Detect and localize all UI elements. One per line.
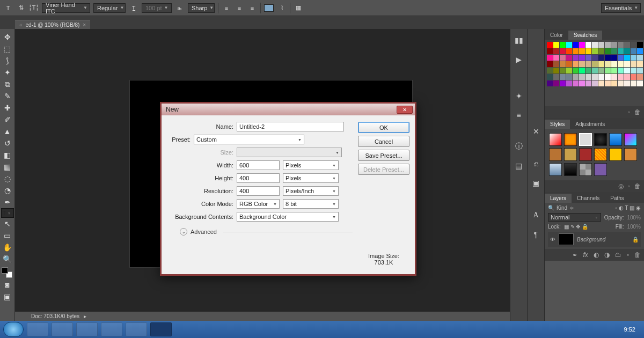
tab-swatches[interactable]: Swatches [568, 31, 602, 40]
style-options-icon[interactable]: ◎ [618, 182, 624, 190]
swatch[interactable] [624, 80, 630, 86]
visibility-icon[interactable]: 👁 [550, 237, 555, 243]
swatch[interactable] [592, 61, 598, 67]
swatch[interactable] [637, 55, 643, 61]
swatch[interactable] [611, 42, 617, 48]
swatch[interactable] [592, 48, 598, 54]
orientation-icon[interactable]: ⇅ [16, 3, 26, 13]
swatch[interactable] [598, 55, 604, 61]
swatch[interactable] [637, 74, 643, 80]
link-layers-icon[interactable]: ⚭ [572, 251, 577, 259]
marquee-tool[interactable]: ⬚ [1, 43, 14, 55]
swatch[interactable] [592, 55, 598, 61]
swatch[interactable] [586, 80, 591, 86]
align-center-icon[interactable]: ≡ [235, 3, 244, 13]
swatch[interactable] [598, 48, 604, 54]
swatch[interactable] [566, 42, 572, 48]
background-select[interactable]: Background Color [237, 212, 339, 222]
swatch[interactable] [592, 74, 598, 80]
swatch[interactable] [637, 68, 643, 74]
swatch[interactable] [553, 48, 559, 54]
swatch[interactable] [624, 48, 630, 54]
swatch[interactable] [560, 61, 566, 67]
swatch[interactable] [592, 42, 598, 48]
swatch[interactable] [560, 55, 566, 61]
brush-presets-icon[interactable]: ⎌ [530, 158, 543, 170]
type-tool[interactable]: T [1, 208, 14, 218]
swatch[interactable] [598, 68, 604, 74]
swatch[interactable] [553, 68, 559, 74]
new-swatch-icon[interactable]: ▫ [628, 108, 630, 116]
swatch[interactable] [579, 55, 585, 61]
save-preset-button[interactable]: Save Preset... [358, 150, 409, 161]
delete-layer-icon[interactable]: 🗑 [634, 251, 641, 259]
blend-mode-select[interactable]: Normal [548, 213, 601, 222]
eraser-tool[interactable]: ◧ [1, 149, 14, 161]
pen-tool[interactable]: ✒ [1, 196, 14, 208]
color-swatches[interactable] [2, 267, 13, 279]
clone-stamp-tool[interactable]: ▲ [1, 126, 14, 137]
tab-styles[interactable]: Styles [545, 120, 570, 129]
height-unit-select[interactable]: Pixels [283, 173, 339, 183]
swatch[interactable] [631, 55, 636, 61]
swatch[interactable] [553, 74, 559, 80]
tab-paths[interactable]: Paths [605, 194, 630, 203]
swatch[interactable] [592, 80, 598, 86]
swatch[interactable] [598, 80, 604, 86]
swatch[interactable] [586, 68, 591, 74]
swatch[interactable] [560, 80, 566, 86]
close-tab-icon[interactable]: × [83, 22, 86, 28]
swatch[interactable] [579, 61, 585, 67]
tab-layers[interactable]: Layers [545, 194, 572, 203]
swatch[interactable] [566, 80, 572, 86]
swatch[interactable] [586, 42, 591, 48]
swatch[interactable] [573, 42, 579, 48]
swatch[interactable] [618, 80, 624, 86]
dodge-tool[interactable]: ◔ [1, 185, 14, 196]
align-right-icon[interactable]: ≡ [247, 3, 257, 13]
width-input[interactable] [237, 160, 280, 170]
swatch[interactable] [611, 55, 617, 61]
swatch[interactable] [611, 80, 617, 86]
swatch[interactable] [586, 74, 591, 80]
actions-icon[interactable]: ▶ [513, 54, 525, 65]
ok-button[interactable]: OK [358, 122, 409, 133]
swatch[interactable] [611, 61, 617, 67]
group-icon[interactable]: 🗀 [615, 251, 621, 259]
character-icon[interactable]: A [530, 209, 543, 221]
swatch[interactable] [573, 61, 579, 67]
swatch[interactable] [618, 61, 624, 67]
zoom-tool[interactable]: 🔍 [1, 253, 14, 265]
swatch[interactable] [631, 80, 636, 86]
swatch[interactable] [586, 55, 591, 61]
clone-source-icon[interactable]: ▣ [530, 177, 543, 189]
taskbar-app[interactable] [150, 322, 172, 336]
width-unit-select[interactable]: Pixels [283, 160, 339, 170]
swatch[interactable] [605, 68, 611, 74]
dialog-titlebar[interactable]: New ✕ [162, 104, 415, 115]
swatch[interactable] [566, 68, 572, 74]
shape-tool[interactable]: ▭ [1, 230, 14, 241]
styles-grid[interactable] [547, 131, 642, 178]
eyedropper-tool[interactable]: ✎ [1, 90, 14, 102]
swatch[interactable] [579, 74, 585, 80]
swatch[interactable] [618, 48, 624, 54]
swatch[interactable] [573, 55, 579, 61]
workspace-select[interactable]: Essentials▼ [601, 3, 641, 13]
swatch[interactable] [618, 55, 624, 61]
histogram-icon[interactable]: ≡ [513, 109, 525, 121]
swatch[interactable] [547, 55, 553, 61]
quickmask-toggle[interactable]: ◙ [1, 279, 14, 291]
new-layer-icon[interactable]: ▫ [627, 251, 629, 259]
swatch[interactable] [605, 61, 611, 67]
name-input[interactable] [237, 122, 344, 131]
swatch[interactable] [579, 48, 585, 54]
swatch[interactable] [605, 80, 611, 86]
advanced-toggle[interactable]: ⌄ Advanced [167, 225, 353, 236]
swatch[interactable] [579, 80, 585, 86]
swatch[interactable] [566, 74, 572, 80]
clock[interactable]: 9:52 [624, 326, 641, 333]
panels-toggle-icon[interactable]: ▦ [294, 3, 303, 13]
layer-mask-icon[interactable]: ◐ [594, 251, 599, 259]
swatch[interactable] [631, 68, 636, 74]
